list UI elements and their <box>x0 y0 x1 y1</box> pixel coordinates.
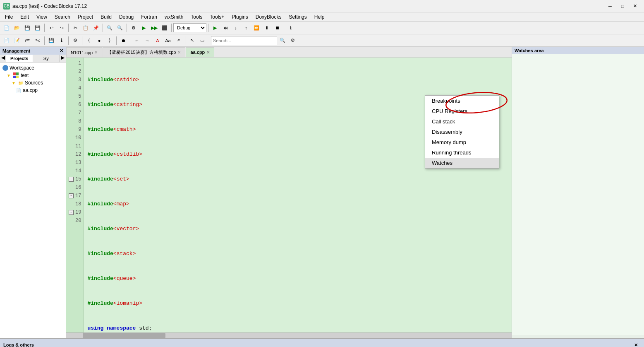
tb-stop-button[interactable]: ⬛ <box>160 23 170 33</box>
menu-tools-plus[interactable]: Tools+ <box>206 13 227 21</box>
tb2-cursor-btn[interactable]: ↖ <box>187 36 197 46</box>
tb-saveall-button[interactable]: 💾 <box>33 23 43 33</box>
h-scrollbar[interactable] <box>66 333 512 338</box>
menu-view[interactable]: View <box>33 13 50 21</box>
tb2-rect-btn[interactable]: ▭ <box>197 36 207 46</box>
tb2-nav-next[interactable]: ⟩ <box>105 36 115 46</box>
fold-19[interactable]: - <box>69 210 74 215</box>
menu-item-disassembly[interactable]: Disassembly <box>425 127 499 137</box>
tb-debug-stop-button[interactable]: ⏹ <box>272 23 282 33</box>
tb-buildrun-button[interactable]: ▶▶ <box>149 23 159 33</box>
tb2-highlight-btn[interactable]: A <box>153 36 163 46</box>
menu-item-running-threads[interactable]: Running threads <box>425 147 499 158</box>
tb-redo-button[interactable]: ↪ <box>57 23 67 33</box>
tb-copy-button[interactable]: 📋 <box>81 23 91 33</box>
panel-next-arrow[interactable]: ▶ <box>60 55 66 62</box>
tb2-search-go[interactable]: 🔍 <box>278 36 287 46</box>
editor-tab-lanqiao[interactable]: 【蓝桥杯2015决赛】方格填数.cpp ✕ <box>103 47 185 57</box>
tb-new-button[interactable]: 📄 <box>2 23 12 33</box>
tb2-search-settings[interactable]: ⚙ <box>288 36 298 46</box>
tb-undo-button[interactable]: ↩ <box>46 23 56 33</box>
tb2-dot-btn[interactable]: ·* <box>173 36 183 46</box>
tb-build-button[interactable]: ⚙ <box>129 23 139 33</box>
panel-prev-arrow[interactable]: ◀ <box>0 55 6 62</box>
debug-config-dropdown[interactable]: Debug <box>173 23 206 32</box>
tb-findnext-button[interactable]: 🔍 <box>115 23 125 33</box>
tree-project[interactable]: ▼ test <box>2 72 64 79</box>
menu-help[interactable]: Help <box>311 13 328 21</box>
tab-aa-close[interactable]: ✕ <box>206 50 210 55</box>
tb-find-button[interactable]: 🔍 <box>105 23 115 33</box>
tb-debug-pause-button[interactable]: ⏸ <box>262 23 272 33</box>
search-input[interactable] <box>211 36 277 45</box>
menu-item-memory-dump[interactable]: Memory dump <box>425 137 499 147</box>
toolbar-sep-2 <box>68 24 69 32</box>
tb-debug-next-button[interactable]: ⏭ <box>220 23 230 33</box>
tb-paste-button[interactable]: 📌 <box>91 23 101 33</box>
tab-projects[interactable]: Projects <box>6 55 33 62</box>
menu-item-cpu-registers[interactable]: CPU Registers <box>425 106 499 116</box>
tb2-nav-prev[interactable]: ⟨ <box>84 36 94 46</box>
window-title: aa.cpp [test] - Code::Blocks 17.12 <box>12 3 87 9</box>
minimize-button[interactable]: ─ <box>604 2 616 10</box>
tb2-record-btn[interactable]: ⏺ <box>118 36 128 46</box>
tb2-arrow-left[interactable]: ← <box>132 36 142 46</box>
menu-project[interactable]: Project <box>74 13 96 21</box>
tab-symbols[interactable]: Sy <box>33 55 60 62</box>
tab-n1011-close[interactable]: ✕ <box>94 50 98 55</box>
tb2-case-btn[interactable]: Aa <box>163 36 173 46</box>
tb-open-button[interactable]: 📂 <box>12 23 22 33</box>
tb2-save-btn[interactable]: 💾 <box>46 36 56 46</box>
tb-debug-continue-button[interactable]: ⏩ <box>251 23 261 33</box>
tb-debug-start-button[interactable]: ▶ <box>210 23 220 33</box>
menu-wxsmith[interactable]: wxSmith <box>161 13 187 21</box>
toolbar-area: 📄 📂 💾 💾 ↩ ↪ ✂ 📋 📌 🔍 🔍 ⚙ ▶ ▶▶ ⬛ Debug ▶ ⏭… <box>0 22 644 47</box>
menu-tools[interactable]: Tools <box>187 13 206 21</box>
management-close[interactable]: ✕ <box>60 48 63 53</box>
tab-lanqiao-close[interactable]: ✕ <box>177 50 181 55</box>
menu-debug[interactable]: Debug <box>116 13 137 21</box>
fold-17[interactable]: - <box>69 193 74 198</box>
menu-item-breakpoints[interactable]: Breakpoints <box>425 96 499 106</box>
menu-build[interactable]: Build <box>97 13 115 21</box>
tree-file-aa[interactable]: 📄 aa.cpp <box>2 87 64 94</box>
menu-settings[interactable]: Settings <box>285 13 310 21</box>
menu-plugins[interactable]: Plugins <box>228 13 251 21</box>
tb2-info-btn[interactable]: ℹ <box>57 36 67 46</box>
menu-item-watches[interactable]: Watches <box>425 158 499 168</box>
tb-debug-info-button[interactable]: ℹ <box>286 23 296 33</box>
title-bar: CB aa.cpp [test] - Code::Blocks 17.12 ─ … <box>0 0 644 12</box>
code-line-10: #include<iomanip> <box>87 299 508 308</box>
close-button[interactable]: ✕ <box>629 2 641 10</box>
logs-close-btn[interactable]: ✕ <box>631 340 641 347</box>
tb2-nav-bp[interactable]: ● <box>94 36 104 46</box>
editor-tab-aa[interactable]: aa.cpp ✕ <box>186 47 214 57</box>
menu-search[interactable]: Search <box>51 13 74 21</box>
tb2-btn2[interactable]: 📝 <box>12 36 22 46</box>
tb2-btn3[interactable]: /** <box>22 36 32 46</box>
tb2-btn4[interactable]: *< <box>33 36 43 46</box>
tb2-arrow-right[interactable]: → <box>142 36 152 46</box>
fold-15[interactable]: - <box>69 177 74 182</box>
line-numbers: 12345 678910 11121314 -15 16 -17 18 -19 … <box>66 58 84 333</box>
menu-item-call-stack[interactable]: Call stack <box>425 116 499 127</box>
tree-sources[interactable]: ▼ 📁 Sources <box>2 79 64 87</box>
editor-tab-n1011[interactable]: N1011.cpp ✕ <box>66 47 102 57</box>
workspace-label: Workspace <box>10 65 34 71</box>
tb-run-button[interactable]: ▶ <box>139 23 149 33</box>
tb-debug-step-button[interactable]: ↓ <box>231 23 241 33</box>
maximize-button[interactable]: □ <box>617 2 628 10</box>
logs-header-buttons: ✕ <box>631 340 641 347</box>
menu-doxyblocks[interactable]: DoxyBlocks <box>252 13 285 21</box>
tb2-settings-btn[interactable]: ⚙ <box>70 36 80 46</box>
menu-file[interactable]: File <box>2 13 16 21</box>
tree-workspace[interactable]: Workspace <box>2 64 64 72</box>
tb-cut-button[interactable]: ✂ <box>70 23 80 33</box>
tab-n1011-label: N1011.cpp <box>71 50 93 55</box>
tb2-btn1[interactable]: 📄 <box>2 36 12 46</box>
tb-save-button[interactable]: 💾 <box>22 23 32 33</box>
toolbar-sep-4 <box>127 24 127 32</box>
tb-debug-out-button[interactable]: ↑ <box>241 23 251 33</box>
menu-edit[interactable]: Edit <box>17 13 32 21</box>
menu-fortran[interactable]: Fortran <box>138 13 160 21</box>
